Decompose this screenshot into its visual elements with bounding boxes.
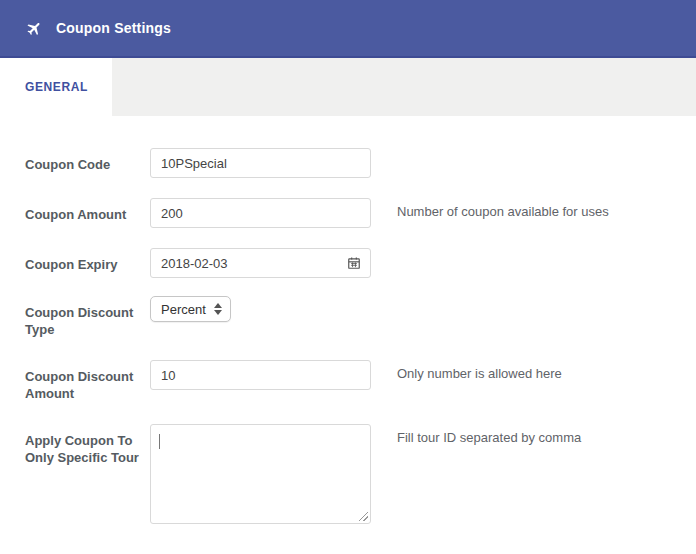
tab-general-label: GENERAL: [25, 80, 88, 94]
form-row-discount-amount: Coupon Discount Amount Only number is al…: [25, 360, 696, 402]
plane-icon: [25, 19, 43, 37]
header-bar: Coupon Settings: [0, 0, 696, 58]
discount-amount-helper: Only number is allowed here: [397, 360, 562, 381]
coupon-code-input[interactable]: [150, 148, 371, 178]
coupon-settings-form: Coupon Code Coupon Amount Number of coup…: [0, 116, 696, 524]
form-row-coupon-amount: Coupon Amount Number of coupon available…: [25, 198, 696, 228]
form-row-coupon-expiry: Coupon Expiry: [25, 248, 696, 278]
discount-type-selected-value: Percent: [161, 302, 206, 317]
resize-handle[interactable]: [359, 512, 368, 521]
coupon-amount-helper: Number of coupon available for uses: [397, 198, 609, 219]
specific-tour-helper: Fill tour ID separated by comma: [397, 424, 581, 445]
form-row-discount-type: Coupon Discount Type Percent: [25, 296, 696, 338]
page-title: Coupon Settings: [56, 20, 171, 36]
coupon-amount-label: Coupon Amount: [25, 198, 150, 223]
discount-amount-input[interactable]: [150, 360, 371, 390]
select-arrows-icon: [214, 303, 222, 315]
discount-type-select[interactable]: Percent: [150, 296, 231, 322]
coupon-expiry-label: Coupon Expiry: [25, 248, 150, 273]
form-row-coupon-code: Coupon Code: [25, 148, 696, 178]
tab-strip: GENERAL: [0, 58, 696, 116]
specific-tour-textarea[interactable]: [150, 424, 371, 524]
coupon-expiry-input[interactable]: [150, 248, 371, 278]
coupon-amount-input[interactable]: [150, 198, 371, 228]
form-row-specific-tour: Apply Coupon To Only Specific Tour Fill …: [25, 424, 696, 524]
tab-general[interactable]: GENERAL: [0, 58, 112, 116]
text-cursor: [159, 434, 160, 449]
discount-type-label: Coupon Discount Type: [25, 296, 150, 338]
coupon-code-label: Coupon Code: [25, 148, 150, 173]
specific-tour-label: Apply Coupon To Only Specific Tour: [25, 424, 150, 466]
discount-amount-label: Coupon Discount Amount: [25, 360, 150, 402]
